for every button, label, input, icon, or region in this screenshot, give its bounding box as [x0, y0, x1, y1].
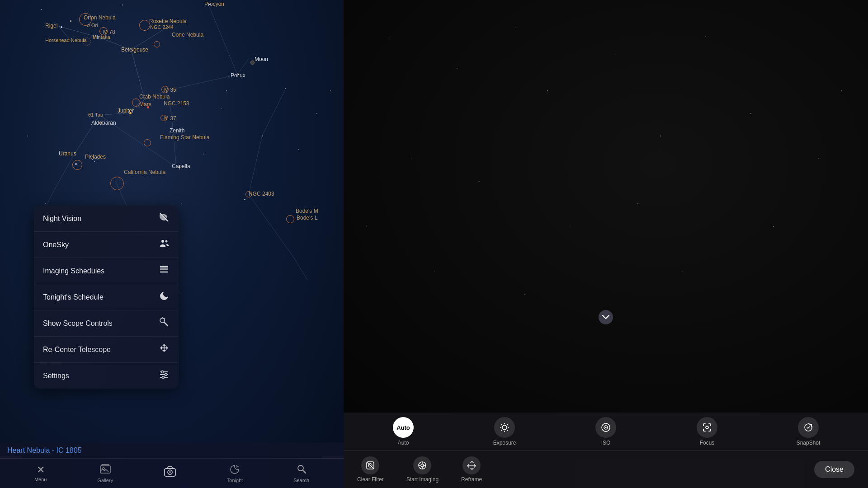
svg-point-27 — [165, 240, 168, 243]
svg-point-61 — [706, 426, 708, 429]
menu-item-onesky[interactable]: OneSky — [34, 232, 179, 258]
auto-button-icon: Auto — [393, 417, 414, 438]
tonights-schedule-icon — [159, 291, 170, 304]
bottom-navigation: ✕ Menu Gallery — [0, 459, 344, 488]
svg-line-57 — [501, 430, 502, 431]
nav-item-gallery[interactable]: Gallery — [97, 464, 113, 483]
exposure-icon — [494, 417, 515, 438]
svg-rect-28 — [160, 266, 168, 267]
sec-label-reframe: Reframe — [461, 476, 482, 483]
cam-label-focus: Focus — [700, 440, 715, 446]
sec-label-start-imaging: Start Imaging — [406, 476, 439, 483]
star-label-pleiades: Pleiades — [85, 154, 106, 160]
svg-point-38 — [161, 371, 164, 373]
sec-control-reframe[interactable]: Reframe — [461, 456, 482, 483]
nav-item-tonight[interactable]: Tonight — [227, 464, 243, 483]
start-imaging-icon — [413, 456, 431, 474]
onesky-icon — [159, 238, 170, 251]
night-vision-icon — [159, 212, 170, 225]
star-label-pollux: Pollux — [231, 72, 245, 79]
imaging-schedules-icon — [159, 264, 170, 277]
focus-icon — [697, 417, 717, 438]
svg-line-32 — [164, 322, 168, 326]
svg-line-4 — [131, 50, 145, 99]
sec-control-clear-filter[interactable]: Clear Filter — [357, 456, 384, 483]
gallery-icon — [100, 464, 111, 476]
cam-control-focus[interactable]: Focus — [687, 417, 727, 446]
sec-control-start-imaging[interactable]: Start Imaging — [406, 456, 439, 483]
secondary-controls-group: Clear Filter Start Imaging — [357, 456, 482, 483]
object-title[interactable]: Heart Nebula - IC 1805 — [0, 443, 344, 459]
svg-point-60 — [605, 427, 607, 428]
menu-item-show-scope-controls[interactable]: Show Scope Controls — [34, 310, 179, 337]
star-label-bodes2: Bode's L — [297, 215, 317, 221]
svg-point-26 — [161, 240, 164, 243]
cam-control-snapshot[interactable]: SnapShot — [788, 417, 829, 446]
svg-line-16 — [249, 136, 262, 194]
nav-item-capture[interactable] — [164, 465, 176, 482]
star-label-ngc2158: NGC 2158 — [164, 100, 189, 107]
chevron-down-button[interactable] — [599, 310, 613, 324]
menu-item-label: Imaging Schedules — [43, 267, 104, 275]
svg-line-18 — [271, 226, 294, 258]
svg-line-12 — [172, 117, 176, 167]
capture-icon — [164, 465, 176, 480]
star-label-crab: Crab Nebula — [139, 94, 170, 100]
auto-label: Auto — [396, 424, 410, 431]
star-label-zenith: Zenith — [170, 127, 184, 134]
menu-item-label: Settings — [43, 372, 69, 380]
menu-item-label: Re-Center Telescope — [43, 346, 111, 354]
star-label-betelgeuse: Betelgeuse — [121, 47, 148, 53]
cam-control-auto[interactable]: Auto Auto — [383, 417, 424, 446]
svg-line-48 — [303, 470, 306, 473]
menu-item-label: Show Scope Controls — [43, 319, 113, 328]
camera-main-controls: Auto Auto — [344, 413, 868, 451]
menu-item-tonights-schedule[interactable]: Tonight's Schedule — [34, 284, 179, 310]
clear-filter-icon — [361, 456, 379, 474]
menu-item-imaging-schedules[interactable]: Imaging Schedules — [34, 258, 179, 284]
menu-item-recenter[interactable]: Re-Center Telescope — [34, 337, 179, 363]
star-label-orion-nebula: Orion Nebula — [84, 14, 116, 21]
svg-point-68 — [421, 464, 424, 467]
settings-icon — [159, 369, 170, 382]
star-label-procyon: Procyon — [204, 1, 224, 7]
menu-item-label: Night Vision — [43, 215, 81, 223]
star-label-rosette: Rosette Nebula — [149, 18, 187, 24]
star-label-aldebaran: Aldebaran — [91, 120, 116, 126]
nav-item-menu[interactable]: ✕ Menu — [34, 465, 47, 482]
svg-point-46 — [169, 471, 171, 473]
menu-item-label: Tonight's Schedule — [43, 293, 104, 301]
menu-item-settings[interactable]: Settings — [34, 363, 179, 389]
cam-label-auto: Auto — [398, 440, 409, 446]
nav-label-menu: Menu — [34, 477, 47, 482]
star-label-california: California Nebula — [124, 169, 165, 175]
svg-point-49 — [502, 425, 507, 430]
tonight-icon — [230, 464, 240, 476]
nav-item-search[interactable]: Search — [293, 464, 309, 483]
svg-line-20 — [54, 154, 75, 190]
star-label-mars: Mars — [139, 101, 151, 108]
svg-line-54 — [501, 424, 502, 425]
close-button[interactable]: Close — [814, 461, 854, 478]
star-label-m37: M 37 — [164, 115, 176, 122]
svg-line-34 — [164, 318, 165, 319]
svg-rect-30 — [160, 271, 168, 273]
menu-x-icon: ✕ — [37, 465, 45, 475]
star-label-m35: M 35 — [164, 87, 176, 93]
starfield-background — [344, 0, 868, 413]
menu-item-night-vision[interactable]: Night Vision — [34, 206, 179, 232]
svg-line-19 — [294, 258, 307, 280]
cam-control-iso[interactable]: ISO — [585, 417, 626, 446]
svg-rect-42 — [102, 465, 109, 466]
recenter-icon — [159, 343, 170, 356]
star-label-flaming: Flaming Star Nebula — [160, 134, 209, 141]
camera-controls: Auto Auto — [344, 413, 868, 488]
star-map[interactable]: Procyon Orion Nebula σ Ori M 78 Rigel Ho… — [0, 0, 344, 488]
cam-control-exposure[interactable]: Exposure — [484, 417, 525, 446]
cam-label-snapshot: SnapShot — [797, 440, 821, 446]
star-label-bodes1: Bode's M — [296, 208, 318, 214]
star-label-rigel: Rigel — [45, 23, 57, 29]
star-label-jupiter: Jupiter — [118, 108, 134, 114]
cam-label-iso: ISO — [601, 440, 611, 446]
star-label-cone: Cone Nebula — [172, 32, 203, 38]
